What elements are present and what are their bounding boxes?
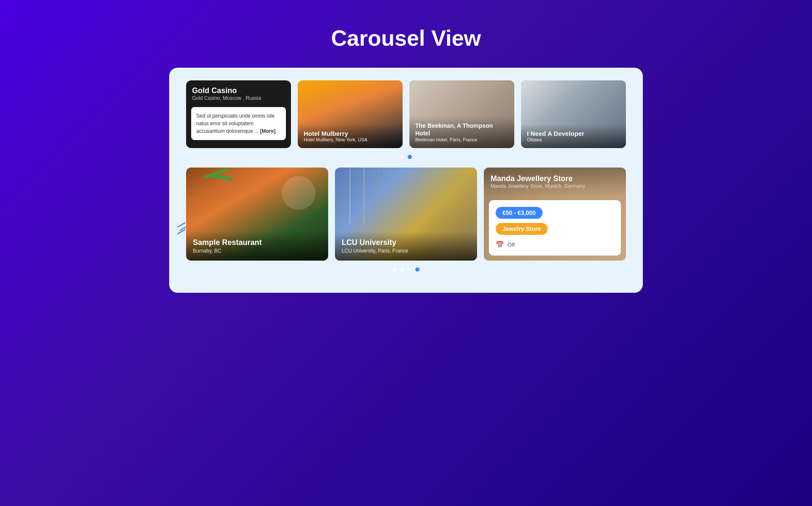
dot-2[interactable] <box>400 267 404 272</box>
dot-4[interactable] <box>415 267 420 272</box>
card-subtitle: LCU University, Paris, France <box>342 248 470 254</box>
card-restaurant[interactable]: Sample Restaurant Burnaby, BC <box>186 168 328 261</box>
carousel-dots-1 <box>186 155 626 159</box>
card-beekman[interactable]: The Beekman, A Thompson Hotel Beekman Ho… <box>409 80 514 148</box>
card-subtitle: Ottawa <box>527 137 620 142</box>
dot-1[interactable] <box>392 267 397 272</box>
category-badge: Jewelry Store <box>496 223 548 235</box>
carousel-container: Gold Casino Gold Casino, Moscow , Russia… <box>169 68 643 293</box>
status-label: Off <box>508 242 515 248</box>
card-title: Manda Jewellery Store <box>491 174 619 183</box>
card-gold-casino[interactable]: Gold Casino Gold Casino, Moscow , Russia… <box>186 80 291 148</box>
card-jewellery[interactable]: Manda Jewellery Store Manda Jewellery St… <box>484 168 626 261</box>
card-university[interactable]: LCU University LCU University, Paris, Fr… <box>335 168 477 261</box>
card-developer[interactable]: I Need A Developer Ottawa <box>521 80 626 148</box>
carousel-dots-2 <box>186 267 626 272</box>
card-subtitle: Manda Jewellery Store, Munich, Germany <box>491 183 619 189</box>
card-overlay: I Need A Developer Ottawa <box>521 124 626 148</box>
card-overlay: Hotel Mulberry Hotel Mullbery, New York,… <box>298 124 403 148</box>
card-title: I Need A Developer <box>527 130 620 137</box>
card-subtitle: Beekman Hotel, Paris, France <box>415 137 508 142</box>
card-title: Sample Restaurant <box>193 238 321 247</box>
page-title: Carousel View <box>331 25 481 51</box>
dot-3[interactable] <box>408 267 412 272</box>
price-badge: €50 - €3,000 <box>496 207 543 219</box>
carousel-row-1: Gold Casino Gold Casino, Moscow , Russia… <box>186 80 626 148</box>
card-title: Hotel Mulberry <box>304 130 397 137</box>
card-title: Gold Casino <box>192 86 285 95</box>
card-subtitle: Burnaby, BC <box>193 248 321 254</box>
calendar-icon: 📅 <box>496 241 504 249</box>
card-hotel-mulberry[interactable]: Hotel Mulberry Hotel Mullbery, New York,… <box>298 80 403 148</box>
card-subtitle: Hotel Mullbery, New York, USA <box>304 137 397 142</box>
card-overlay: Sample Restaurant Burnaby, BC <box>186 231 328 261</box>
card-title: The Beekman, A Thompson Hotel <box>415 122 508 137</box>
more-link[interactable]: [More] <box>260 128 276 134</box>
dot-2[interactable] <box>408 155 412 159</box>
card-title: LCU University <box>342 238 470 247</box>
dot-1[interactable] <box>400 155 404 159</box>
card-overlay: The Beekman, A Thompson Hotel Beekman Ho… <box>409 116 514 148</box>
carousel-row-2: Sample Restaurant Burnaby, BC LCU Univer… <box>186 168 626 261</box>
status-row: 📅 Off <box>496 241 614 249</box>
card-overlay: LCU University LCU University, Paris, Fr… <box>335 231 477 261</box>
card-subtitle: Gold Casino, Moscow , Russia <box>192 95 285 101</box>
